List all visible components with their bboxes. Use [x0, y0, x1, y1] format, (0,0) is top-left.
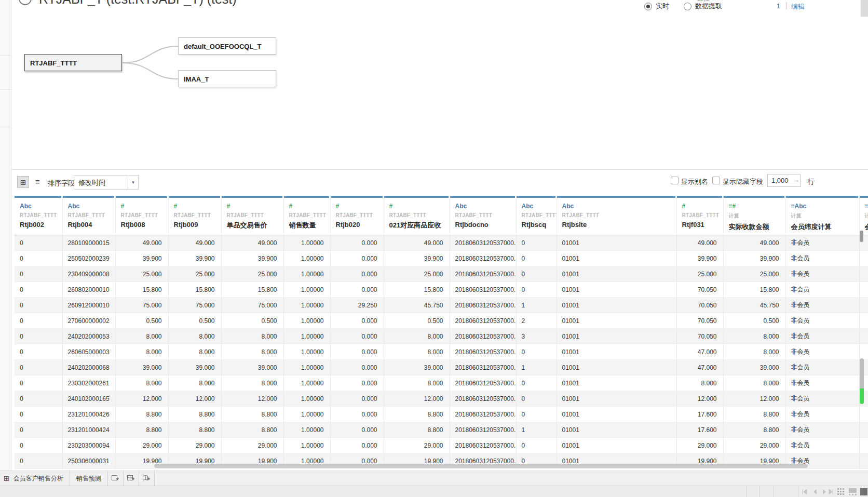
show-sheet-icon[interactable] — [860, 488, 867, 495]
vertical-scrollbar-thumb[interactable] — [860, 231, 863, 242]
left-pane-strip — [0, 0, 11, 471]
grid-cell: 非会员 — [785, 329, 859, 344]
grid-cell: 0 — [516, 438, 557, 453]
grid-cell: 0 — [15, 407, 62, 422]
field-source: RTJABF_TTTT — [68, 212, 115, 218]
column-header[interactable]: #RTJABF_TTTT销售数量 — [283, 196, 330, 235]
grid-cell: 0 — [15, 235, 62, 251]
grid-cell: 1.00000 — [283, 344, 330, 360]
datasource-connection-icon — [19, 0, 32, 5]
column-header[interactable]: AbcRTJABF_TTTTRtjbdocno — [450, 196, 516, 235]
radio-live-icon[interactable] — [644, 3, 652, 10]
sheet-tab-bar: ⊞ 会员客户销售分析 销售预测 — [0, 471, 868, 486]
table-node-child[interactable]: IMAA_T — [178, 70, 276, 87]
grid-cell: 0.000 — [330, 422, 384, 438]
vertical-scrollbar-track[interactable] — [861, 0, 868, 17]
column-header[interactable]: #RTJABF_TTTTRtjb009 — [168, 196, 221, 235]
scroll-progress-indicator — [860, 388, 864, 404]
table-row: 02606050000038.0008.0008.0001.000000.000… — [15, 344, 868, 360]
new-worksheet-button[interactable] — [108, 471, 124, 486]
radio-extract[interactable]: 数据提取 — [684, 2, 722, 11]
column-header[interactable]: AbcRTJABF_TTTTRtjbscq — [516, 196, 557, 235]
first-sheet-icon[interactable] — [801, 489, 807, 495]
grid-cell: 8.000 — [723, 329, 785, 344]
column-header[interactable]: #RTJABF_TTTTRtjf031 — [676, 196, 723, 235]
radio-live[interactable]: 实时 — [644, 2, 669, 11]
grid-cell: 8.800 — [384, 422, 450, 438]
column-header[interactable]: =Abc计算会 — [859, 196, 868, 235]
grid-cell: 01001 — [557, 298, 676, 313]
apply-arrow-icon[interactable]: → — [793, 176, 799, 184]
grid-cell: 8.000 — [384, 375, 450, 391]
grid-cell: 非会员 — [785, 360, 859, 375]
grid-cell: 0 — [15, 298, 62, 313]
sheet-tab[interactable]: 会员客户销售分析 — [12, 471, 70, 486]
column-header[interactable]: #RTJABF_TTTTRtjb020 — [330, 196, 384, 235]
grid-cell: 0.500 — [221, 313, 283, 329]
divider — [798, 486, 798, 497]
grid-cell: 270600000002 — [62, 313, 115, 329]
grid-cell — [859, 251, 868, 266]
show-hidden-checkbox[interactable] — [712, 177, 720, 184]
grid-cell: 0.000 — [330, 344, 384, 360]
grid-cell: 01001 — [557, 407, 676, 422]
grid-cell: 230409000008 — [62, 266, 115, 282]
grid-cell: 20180603120537000... — [450, 407, 516, 422]
next-sheet-icon[interactable] — [821, 489, 827, 495]
column-header[interactable]: #RTJABF_TTTTRtjb008 — [115, 196, 168, 235]
field-name: Rtjb009 — [174, 221, 221, 229]
column-header[interactable]: AbcRTJABF_TTTTRtjbsite — [557, 196, 676, 235]
grid-cell: 240102000165 — [62, 391, 115, 407]
field-source: RTJABF_TTTT — [20, 212, 62, 218]
grid-cell: 260912000010 — [62, 298, 115, 313]
column-header[interactable]: #RTJABF_TTTT021对应商品应收 — [384, 196, 450, 235]
horizontal-scrollbar-thumb[interactable] — [154, 464, 808, 468]
field-name: Rtjf031 — [682, 221, 723, 229]
sheet-tab[interactable]: 销售预测 — [70, 471, 108, 486]
column-header[interactable]: =Abc计算会员纬度计算 — [785, 196, 859, 235]
field-source: RTJABF_TTTT — [522, 212, 557, 218]
grid-cell: 0.500 — [723, 313, 785, 329]
chevron-down-icon: ▾ — [132, 180, 134, 185]
sort-field-dropdown[interactable]: 修改时间 ▾ — [74, 175, 139, 190]
column-header[interactable]: AbcRTJABF_TTTTRtjb002 — [15, 196, 62, 235]
workbook-count: 1 — [777, 2, 780, 10]
field-source: RTJABF_TTTT — [289, 212, 330, 218]
grid-cell: 49.000 — [115, 235, 168, 251]
show-tabs-icon[interactable] — [837, 488, 845, 495]
page-title: RTJABF_T (test.RTJABF_T) (test) — [39, 0, 237, 7]
edit-link[interactable]: 编辑 — [791, 2, 805, 11]
grid-cell: 1.00000 — [283, 235, 330, 251]
grid-cell — [859, 344, 868, 360]
column-header[interactable]: =#计算实际收款金额 — [723, 196, 785, 235]
table-node-root[interactable]: RTJABF_TTTT — [24, 54, 122, 71]
table-node-child[interactable]: default_OOEFOOCQL_T — [178, 37, 276, 55]
grid-view-button[interactable]: ⊞ — [17, 176, 29, 188]
divider — [746, 486, 747, 497]
dropdown-button[interactable]: ▾ — [128, 176, 138, 189]
field-type-icon: =# — [729, 203, 785, 210]
radio-extract-icon[interactable] — [684, 3, 691, 10]
grid-cell: 1.00000 — [283, 422, 330, 438]
grid-cell: 12.000 — [221, 391, 283, 407]
field-name: Rtjbsite — [562, 221, 676, 229]
new-dashboard-button[interactable] — [124, 471, 139, 486]
column-header[interactable]: #RTJABF_TTTT单品交易售价 — [221, 196, 283, 235]
list-view-button[interactable]: ≡ — [32, 176, 44, 188]
show-alias-checkbox[interactable] — [671, 177, 679, 184]
radio-extract-label: 数据提取 — [695, 2, 722, 11]
grid-cell: 8.800 — [221, 422, 283, 438]
grid-cell: 25.000 — [723, 266, 785, 282]
column-accent-bar — [222, 196, 282, 198]
previous-sheet-icon[interactable] — [811, 489, 818, 495]
grid-cell: 280109000015 — [62, 235, 115, 251]
tableau-datasource-page: RTJABF_T (test.RTJABF_T) (test) 连接 实时 数据… — [0, 0, 868, 497]
show-alias-label[interactable]: 显示别名 — [681, 177, 708, 186]
new-story-button[interactable] — [139, 471, 155, 486]
column-header[interactable]: AbcRTJABF_TTTTRtjb004 — [62, 196, 115, 235]
show-filmstrip-icon[interactable] — [849, 488, 857, 495]
divider — [759, 486, 760, 497]
vertical-scrollbar-thumb[interactable] — [860, 358, 864, 388]
last-sheet-icon[interactable] — [828, 489, 834, 495]
show-hidden-label[interactable]: 显示隐藏字段 — [723, 177, 763, 186]
